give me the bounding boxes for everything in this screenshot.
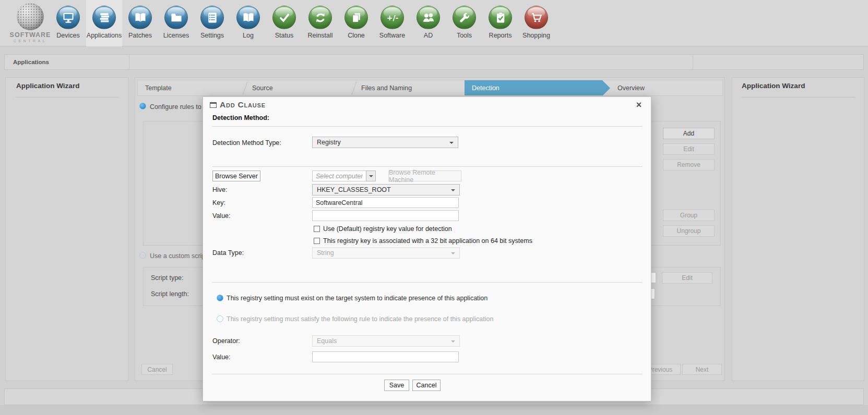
save-button[interactable]: Save [384,380,409,391]
toolbar-item-clone[interactable]: Clone [338,0,374,46]
hive-dropdown[interactable]: HKEY_CLASSES_ROOT [312,184,460,196]
data-type-dropdown[interactable]: String [312,247,460,259]
key-input[interactable] [312,197,459,208]
select-computer-dropdown-button[interactable] [366,170,376,181]
toolbar-item-shopping[interactable]: Shopping [518,0,554,46]
toolbar-item-settings[interactable]: Settings [194,0,230,46]
cart-icon [525,6,548,29]
toolbar-item-patches[interactable]: Patches [122,0,158,46]
tab-overview[interactable]: Overview [610,80,723,95]
custom-script-label: Use a custom script t [150,252,211,260]
toolbar-item-label: Shopping [518,32,554,39]
breadcrumb-divider [129,55,129,69]
close-icon[interactable]: × [632,98,646,112]
dropdown-value: String [317,249,334,257]
custom-script-radio[interactable] [139,252,146,259]
ungroup-rules-button[interactable]: Ungroup [663,225,715,237]
registry-32bit-checkbox[interactable] [314,238,320,244]
select-computer-input[interactable] [312,170,366,181]
toolbar-item-devices[interactable]: Devices [50,0,86,46]
use-default-checkbox[interactable] [314,226,320,232]
applications-stack-icon [92,6,116,29]
open-book-icon [128,6,152,29]
left-wizard-panel: Application Wizard [5,77,128,381]
tab-label: Overview [617,84,645,92]
remove-rule-button[interactable]: Remove [663,159,715,170]
breadcrumb-applications[interactable]: Applications [13,59,49,65]
toolbar-item-label: Clone [338,32,374,39]
edit-rule-button[interactable]: Edit [663,143,715,155]
toolbar-item-licenses[interactable]: Licenses [158,0,194,46]
tab-label: Files and Naming [361,84,412,92]
toolbar-item-status[interactable]: Status [266,0,302,46]
script-length-label: Script length: [151,290,189,298]
refresh-icon [308,6,332,29]
tab-label: Source [252,84,273,92]
wizard-cancel-button[interactable]: Cancel [141,364,173,375]
browse-remote-machine-button[interactable]: Browse Remote Machine [388,170,461,181]
tab-files-and-naming[interactable]: Files and Naming [354,80,465,95]
folder-icon [164,6,188,29]
toolbar-item-label: Tools [446,32,482,39]
tab-template[interactable]: Template [138,80,245,95]
dropdown-value: HKEY_CLASSES_ROOT [317,186,391,193]
must-satisfy-rule-label: This registry setting must satisfy the f… [227,315,493,323]
logo-text: SOFTWARE [6,31,54,39]
detection-method-type-dropdown[interactable]: Registry [312,137,458,148]
add-clause-dialog: Add Clause × Detection Method: Detection… [203,96,651,401]
dropdown-value: Equals [317,337,337,345]
svg-text:+/-: +/- [386,14,398,22]
toolbar-item-tools[interactable]: Tools [446,0,482,46]
script-type-label: Script type: [151,274,184,282]
value-input[interactable] [312,210,459,221]
window-icon [210,102,217,108]
toolbar-item-applications[interactable]: Applications [86,0,122,46]
cancel-button[interactable]: Cancel [412,380,441,391]
divider [212,374,643,374]
configure-rules-radio[interactable] [139,103,146,109]
toolbar-item-reinstall[interactable]: Reinstall [302,0,338,46]
toolbar-item-label: Licenses [158,32,194,39]
monitor-icon [56,6,80,29]
tab-source[interactable]: Source [245,80,354,95]
script-edit-button[interactable]: Edit [662,272,712,284]
use-default-label: Use (Default) registry key value for det… [323,225,452,233]
tab-label: Detection [472,84,500,92]
must-exist-radio[interactable] [217,295,223,301]
softwarecentral-app: SOFTWARE CENTRAL Devices Applications [0,0,868,415]
toolbar-nav: Devices Applications Patches Licenses [50,0,554,46]
toolbar-item-log[interactable]: Log [230,0,266,46]
toolbar-item-label: Status [266,32,302,39]
operator-dropdown[interactable]: Equals [312,335,460,347]
toolbar-item-reports[interactable]: Reports [482,0,518,46]
rule-value-input[interactable] [312,351,459,362]
tab-detection[interactable]: Detection [465,80,602,95]
users-icon [417,6,440,29]
copy-icon [344,6,368,29]
breadcrumb: Applications [4,54,864,70]
page-title: Application Wizard [16,82,79,90]
detection-method-heading: Detection Method: [212,114,269,121]
rule-value-label: Value: [212,353,231,361]
data-type-label: Data Type: [212,249,244,257]
add-rule-button[interactable]: Add [663,128,715,139]
detection-method-type-label: Detection Method Type: [212,139,281,147]
toolbar-item-software[interactable]: +/- Software [374,0,410,46]
toolbar-item-label: Settings [194,32,230,39]
top-toolbar: SOFTWARE CENTRAL Devices Applications [0,0,868,46]
softwarecentral-logo: SOFTWARE CENTRAL [6,2,54,45]
group-rules-button[interactable]: Group [663,210,715,221]
divider [212,126,643,127]
hive-label: Hive: [212,186,227,193]
wizard-next-button[interactable]: Next [682,364,722,375]
toolbar-item-label: Applications [86,32,122,39]
toolbar-item-ad[interactable]: AD [410,0,446,46]
dropdown-value: Registry [317,139,341,146]
plus-minus-icon: +/- [381,6,404,29]
bottom-strip [0,405,868,415]
browse-server-button[interactable]: Browse Server [212,170,260,181]
operator-label: Operator: [212,337,240,345]
must-satisfy-rule-radio[interactable] [217,315,223,322]
settings-list-icon [200,6,224,29]
toolbar-item-label: Log [230,32,266,39]
